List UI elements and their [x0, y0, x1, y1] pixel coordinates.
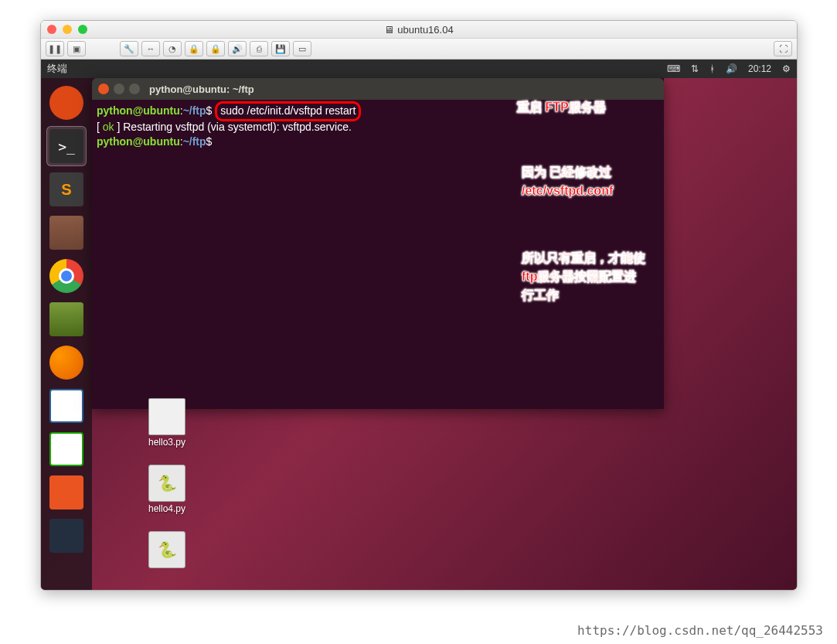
terminal-maximize-icon[interactable] [129, 83, 140, 94]
usb-button[interactable]: ⎙ [250, 41, 268, 56]
vm-toolbar: ❚❚ ▣ 🔧 ↔ ◔ 🔒 🔒 🔊 ⎙ 💾 ▭ ⛶ [41, 38, 797, 60]
pause-button[interactable]: ❚❚ [46, 41, 64, 56]
settings-button[interactable]: 🔧 [120, 41, 138, 56]
annotation-2: 因为 已经修改过 /etc/vsftpd.conf [522, 163, 638, 200]
launcher-calc[interactable] [46, 429, 87, 469]
python-icon: 🐍 [148, 465, 185, 502]
keyboard-icon[interactable]: ⌨ [667, 63, 680, 74]
terminal-close-icon[interactable] [98, 83, 109, 94]
dash-button[interactable] [46, 83, 87, 123]
clock[interactable]: 20:12 [748, 63, 771, 74]
annotation-3: 所以只有重启，才能使ftp服务器按照配置进行工作 [522, 249, 645, 305]
terminal-window: python@ubuntu: ~/ftp python@ubuntu:~/ftp… [92, 78, 664, 409]
window-title-text: ubuntu16.04 [397, 24, 453, 36]
bluetooth-icon[interactable]: ᚼ [709, 63, 715, 74]
launcher-amazon[interactable] [46, 516, 87, 556]
network-icon[interactable]: ⇅ [691, 63, 699, 74]
window-title: 🖥 ubuntu16.04 [384, 24, 453, 36]
maximize-icon[interactable] [78, 25, 87, 34]
display-button[interactable]: ▭ [293, 41, 311, 56]
gnome-top-panel: 终端 ⌨ ⇅ ᚼ 🔊 20:12 ⚙ [41, 60, 797, 78]
minimize-icon[interactable] [63, 25, 72, 34]
ubuntu-desktop: 终端 ⌨ ⇅ ᚼ 🔊 20:12 ⚙ >_ S [41, 60, 797, 591]
vm-host-window: 🖥 ubuntu16.04 ❚❚ ▣ 🔧 ↔ ◔ 🔒 🔒 🔊 ⎙ 💾 ▭ ⛶ 终… [40, 20, 798, 591]
vm-icon: 🖥 [384, 24, 394, 36]
active-app-name: 终端 [47, 62, 67, 76]
terminal-titlebar[interactable]: python@ubuntu: ~/ftp [92, 78, 664, 100]
disk-button[interactable]: ◔ [163, 41, 182, 56]
launcher-firefox[interactable] [46, 342, 87, 383]
gear-icon[interactable]: ⚙ [782, 63, 791, 74]
close-icon[interactable] [47, 25, 56, 34]
lock2-button[interactable]: 🔒 [206, 41, 225, 56]
sound-button[interactable]: 🔊 [228, 41, 247, 56]
launcher-books[interactable] [46, 299, 87, 339]
terminal-title: python@ubuntu: ~/ftp [149, 83, 254, 95]
status-ok: ok [103, 121, 114, 133]
launcher-sublime[interactable]: S [46, 169, 87, 210]
unity-launcher: >_ S [41, 78, 92, 591]
prompt-path: ~/ftp [183, 104, 206, 117]
desktop-file[interactable]: hello3.py [140, 398, 194, 448]
launcher-files[interactable] [46, 213, 87, 253]
file-icon [148, 398, 185, 435]
launcher-writer[interactable] [46, 386, 87, 426]
lock1-button[interactable]: 🔒 [185, 41, 203, 56]
file-label: hello3.py [140, 437, 194, 448]
file-label: hello4.py [140, 503, 194, 514]
highlighted-command: sudo /etc/init.d/vsftpd restart [215, 101, 361, 121]
launcher-terminal[interactable]: >_ [46, 126, 87, 166]
volume-icon[interactable]: 🔊 [726, 63, 737, 74]
annotation-1: 重启 FTP服务器 [517, 98, 633, 117]
prompt-user: python@ubuntu [97, 104, 180, 117]
network-button[interactable]: ↔ [141, 41, 160, 56]
python-icon: 🐍 [148, 531, 185, 568]
launcher-software[interactable] [46, 472, 87, 513]
watermark: https://blog.csdn.net/qq_26442553 [577, 623, 823, 638]
terminal-line: python@ubuntu:~/ftp$ [97, 135, 659, 150]
desktop-file[interactable]: 🐍 [140, 531, 194, 570]
terminal-minimize-icon[interactable] [114, 83, 124, 94]
terminal-line: [ ok ] Restarting vsftpd (via systemctl)… [97, 120, 659, 135]
launcher-chrome[interactable] [46, 256, 87, 296]
fullscreen-button[interactable]: ⛶ [774, 41, 792, 56]
floppy-button[interactable]: 💾 [271, 41, 290, 56]
desktop-file[interactable]: 🐍 hello4.py [140, 465, 194, 514]
snapshot-button[interactable]: ▣ [67, 41, 86, 56]
mac-titlebar: 🖥 ubuntu16.04 [41, 21, 797, 38]
